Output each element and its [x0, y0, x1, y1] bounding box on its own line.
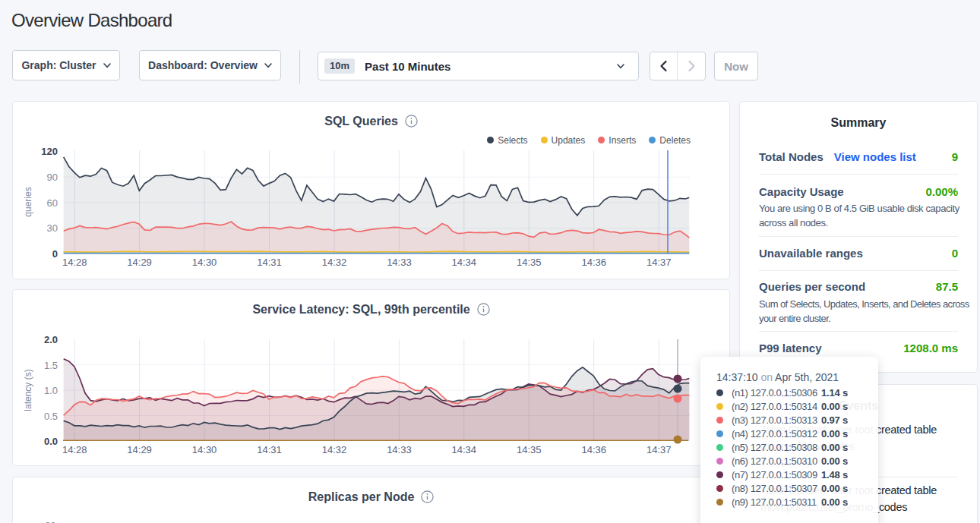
svg-text:14:36: 14:36	[581, 444, 606, 455]
svg-text:14:35: 14:35	[517, 257, 542, 268]
svg-text:0: 0	[52, 248, 58, 260]
svg-text:queries: queries	[23, 187, 33, 216]
svg-text:14:33: 14:33	[387, 444, 412, 455]
svg-text:30: 30	[47, 222, 58, 234]
svg-text:14:37: 14:37	[646, 257, 672, 268]
svg-text:14:30: 14:30	[192, 444, 217, 455]
svg-text:120: 120	[41, 146, 58, 157]
svg-text:14:37: 14:37	[646, 444, 672, 455]
svg-text:14:28: 14:28	[62, 444, 87, 455]
svg-text:14:33: 14:33	[387, 257, 412, 268]
svg-text:0.5: 0.5	[44, 411, 58, 422]
svg-text:14:28: 14:28	[62, 257, 87, 268]
svg-text:60: 60	[47, 197, 58, 209]
svg-text:14:35: 14:35	[517, 444, 542, 455]
svg-text:latency (s): latency (s)	[23, 369, 33, 411]
svg-text:14:32: 14:32	[322, 257, 347, 268]
svg-text:14:31: 14:31	[257, 257, 282, 268]
svg-text:14:32: 14:32	[322, 444, 347, 455]
svg-text:14:34: 14:34	[452, 257, 477, 268]
svg-text:14:29: 14:29	[127, 444, 152, 455]
svg-text:14:34: 14:34	[452, 444, 477, 455]
svg-text:14:31: 14:31	[257, 444, 282, 455]
svg-text:1.0: 1.0	[44, 385, 58, 396]
svg-text:1.5: 1.5	[44, 360, 58, 371]
svg-text:90: 90	[47, 172, 58, 183]
svg-text:0.0: 0.0	[44, 436, 58, 447]
svg-text:2.0: 2.0	[44, 334, 58, 345]
svg-text:14:29: 14:29	[127, 257, 152, 268]
svg-text:14:30: 14:30	[192, 257, 217, 268]
svg-text:14:36: 14:36	[581, 257, 606, 268]
